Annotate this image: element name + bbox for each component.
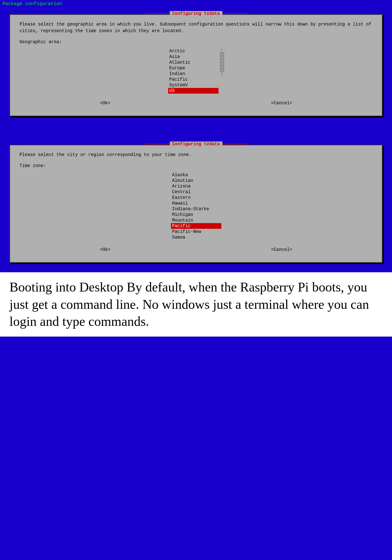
dialog1-scroll-block6 (220, 69, 224, 71)
list-item[interactable]: Indian (168, 71, 219, 77)
dialog1-scrollbar-track (220, 52, 224, 72)
dialog2-buttons: <Ok> <Cancel> (20, 246, 372, 253)
list-item[interactable]: Pacific (168, 77, 219, 82)
dialog2-title: Configuring tzdata (170, 141, 222, 147)
dialog1-list-wrapper: ArcticAsiaAtlanticEuropeIndianPacificSys… (168, 48, 224, 94)
dialog2-list-wrapper: AlaskaAleutianArizonaCentralEasternHawai… (171, 172, 221, 240)
list-item[interactable]: Michigan (171, 212, 221, 217)
list-item[interactable]: Indiana-Starke (171, 206, 221, 212)
list-item[interactable]: Aleutian (171, 178, 221, 183)
dialog2-title-line-left (145, 144, 170, 144)
dialog1-scroll-block2 (220, 56, 224, 59)
dialog1-scroll-block1 (220, 53, 224, 55)
dialog1-list[interactable]: ArcticAsiaAtlanticEuropeIndianPacificSys… (168, 48, 219, 94)
list-item[interactable]: Alaska (171, 172, 221, 178)
dialog2-title-bar: Configuring tzdata (145, 141, 247, 147)
dialog2-cancel-button[interactable]: <Cancel> (269, 246, 295, 253)
dialog2-list-container: AlaskaAleutianArizonaCentralEasternHawai… (20, 172, 372, 240)
list-item[interactable]: Pacific-New (171, 229, 221, 234)
dialog1-list-container: ArcticAsiaAtlanticEuropeIndianPacificSys… (20, 48, 372, 94)
list-item[interactable]: Central (171, 189, 221, 195)
list-item[interactable]: Mountain (171, 217, 221, 223)
list-item[interactable]: Eastern (171, 195, 221, 200)
list-item[interactable]: SystemV (168, 82, 219, 88)
dialog1-scrollbar[interactable]: ↑ ↓ (220, 48, 224, 76)
spacer1 (0, 126, 392, 138)
dialog2-container: Configuring tzdata Please select the cit… (0, 138, 392, 272)
dialog1-ok-button[interactable]: <Ok> (97, 100, 113, 106)
list-item[interactable]: Atlantic (168, 60, 219, 65)
list-item[interactable]: Arctic (168, 48, 219, 54)
page-title: Package configuration (0, 0, 392, 8)
dialog2-ok-button[interactable]: <Ok> (97, 246, 113, 253)
list-item[interactable]: Asia (168, 54, 219, 60)
dialog2-description: Please select the city or region corresp… (20, 152, 372, 158)
dialog1-scroll-block4 (220, 62, 224, 65)
list-item[interactable]: US (168, 88, 219, 94)
dialog1-scroll-down[interactable]: ↓ (221, 72, 223, 76)
list-item[interactable]: Europe (168, 65, 219, 71)
dialog1-box: Configuring tzdata Please select the geo… (9, 14, 383, 116)
dialog1-scroll-block3 (220, 59, 224, 62)
dialog1-label: Geographic area: (20, 39, 372, 44)
dialog2-box: Configuring tzdata Please select the cit… (9, 145, 383, 263)
list-item[interactable]: Pacific (171, 223, 221, 229)
dialog1-title-bar: Configuring tzdata (145, 11, 247, 16)
dialog1-buttons: <Ok> <Cancel> (20, 100, 372, 106)
dialog1-description: Please select the geographic area in whi… (20, 21, 372, 34)
bottom-text: Booting into Desktop By default, when th… (0, 272, 392, 337)
dialog1-scroll-block5 (220, 66, 224, 68)
dialog1-title: Configuring tzdata (170, 11, 222, 16)
list-item[interactable]: Arizona (171, 183, 221, 189)
list-item[interactable]: Hawaii (171, 200, 221, 206)
dialog1-scroll-up[interactable]: ↑ (221, 48, 223, 52)
dialog1-title-line-left (145, 13, 170, 14)
dialog2-title-line-right (222, 144, 247, 144)
dialog1-title-line-right (222, 13, 247, 14)
dialog1-cancel-button[interactable]: <Cancel> (269, 100, 295, 106)
dialog1-container: Configuring tzdata Please select the geo… (0, 8, 392, 126)
dialog2-list[interactable]: AlaskaAleutianArizonaCentralEasternHawai… (171, 172, 221, 240)
list-item[interactable]: Samoa (171, 234, 221, 240)
dialog2-label: Time zone: (20, 163, 372, 168)
